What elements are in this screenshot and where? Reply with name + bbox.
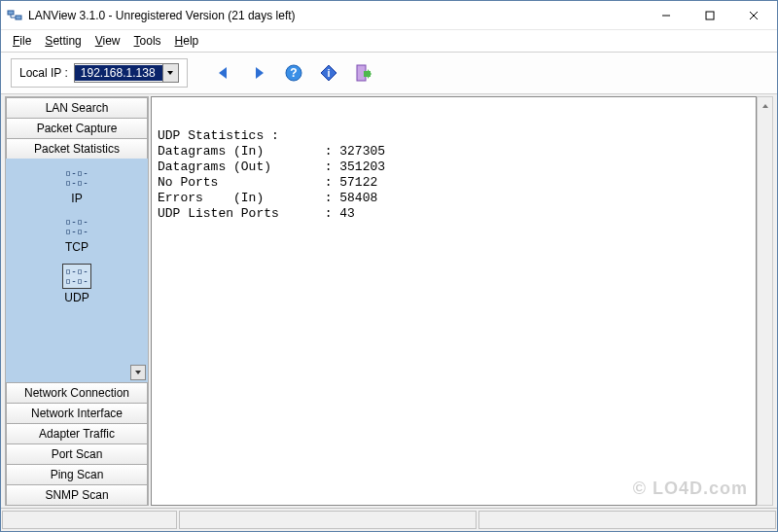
network-icon: ▫-▫-▫-▫-: [63, 166, 90, 190]
menu-setting[interactable]: Setting: [39, 32, 87, 50]
window-title: LANView 3.1.0 - Unregistered Version (21…: [28, 9, 644, 22]
watermark: © LO4D.com: [633, 479, 748, 499]
scroll-down-button[interactable]: [130, 365, 146, 380]
local-ip-value: 192.168.1.138: [75, 65, 162, 81]
forward-button[interactable]: [248, 62, 269, 84]
network-icon: ▫-▫-▫-▫-: [63, 215, 90, 238]
sidebar-button-snmp-scan[interactable]: SNMP Scan: [6, 484, 148, 506]
svg-rect-3: [706, 12, 714, 19]
back-button[interactable]: [213, 62, 234, 84]
help-icon[interactable]: ?: [283, 62, 304, 84]
body: LAN SearchPacket CapturePacket Statistic…: [1, 94, 777, 508]
content: UDP Statistics : Datagrams (In) : 327305…: [151, 96, 773, 506]
window-controls: [644, 2, 775, 29]
minimize-button[interactable]: [644, 2, 688, 29]
svg-rect-0: [8, 11, 14, 15]
titlebar: LANView 3.1.0 - Unregistered Version (21…: [1, 1, 777, 30]
protocol-item-ip[interactable]: ▫-▫-▫-▫-IP: [6, 166, 148, 205]
sidebar-button-ping-scan[interactable]: Ping Scan: [6, 464, 148, 485]
status-cell-3: [478, 511, 776, 529]
stats-output[interactable]: UDP Statistics : Datagrams (In) : 327305…: [151, 96, 757, 506]
sidebar: LAN SearchPacket CapturePacket Statistic…: [5, 96, 149, 506]
exit-icon[interactable]: [353, 62, 374, 84]
svg-rect-1: [16, 16, 21, 19]
menu-view[interactable]: View: [89, 32, 126, 50]
sidebar-button-lan-search[interactable]: LAN Search: [6, 97, 148, 119]
menu-file[interactable]: File: [7, 32, 37, 50]
info-icon[interactable]: i: [318, 62, 339, 84]
status-cell-1: [2, 511, 177, 529]
app-window: LANView 3.1.0 - Unregistered Version (21…: [0, 0, 778, 532]
local-ip-label: Local IP :: [19, 66, 68, 80]
protocol-label: TCP: [6, 240, 148, 254]
menu-help[interactable]: Help: [169, 32, 205, 50]
sidebar-button-adapter-traffic[interactable]: Adapter Traffic: [6, 423, 148, 444]
app-icon: [7, 8, 22, 23]
maximize-button[interactable]: [688, 2, 731, 29]
protocol-item-udp[interactable]: ▫-▫-▫-▫-UDP: [6, 264, 148, 304]
toolbar-icons: ? i: [213, 62, 374, 84]
protocol-panel: ▫-▫-▫-▫-IP▫-▫-▫-▫-TCP▫-▫-▫-▫-UDP: [6, 159, 148, 382]
stats-text: UDP Statistics : Datagrams (In) : 327305…: [158, 128, 750, 222]
network-icon: ▫-▫-▫-▫-: [62, 264, 91, 289]
sidebar-button-network-interface[interactable]: Network Interface: [6, 403, 148, 424]
toolbar: Local IP : 192.168.1.138 ? i: [1, 53, 777, 94]
vertical-scrollbar[interactable]: [757, 96, 773, 506]
protocol-label: UDP: [6, 291, 148, 304]
sidebar-button-packet-statistics[interactable]: Packet Statistics: [6, 138, 148, 160]
menubar: File Setting View Tools Help: [1, 30, 777, 53]
status-cell-2: [179, 511, 477, 529]
local-ip-combo[interactable]: 192.168.1.138: [74, 63, 179, 83]
toolbar-inner: Local IP : 192.168.1.138: [11, 58, 188, 88]
sidebar-button-network-connection[interactable]: Network Connection: [6, 382, 148, 404]
scroll-up-icon[interactable]: [758, 97, 772, 114]
close-button[interactable]: [731, 2, 775, 29]
svg-text:i: i: [327, 67, 330, 79]
protocol-item-tcp[interactable]: ▫-▫-▫-▫-TCP: [6, 215, 148, 254]
sidebar-button-packet-capture[interactable]: Packet Capture: [6, 118, 148, 139]
menu-tools[interactable]: Tools: [128, 32, 167, 50]
chevron-down-icon[interactable]: [162, 64, 178, 82]
svg-text:?: ?: [290, 66, 297, 80]
statusbar: [1, 508, 777, 531]
protocol-label: IP: [6, 192, 148, 205]
sidebar-button-port-scan[interactable]: Port Scan: [6, 443, 148, 465]
